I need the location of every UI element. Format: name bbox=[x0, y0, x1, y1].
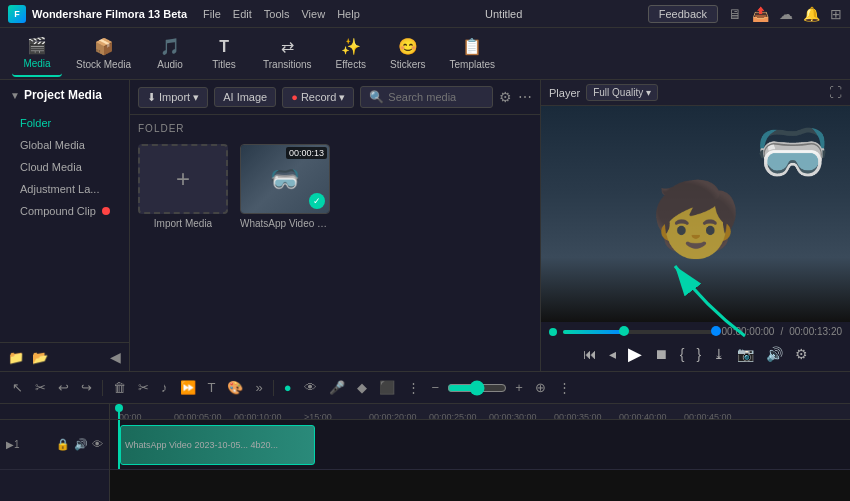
color-tool[interactable]: 🎨 bbox=[223, 378, 247, 397]
track-icons: 🔒 🔊 👁 bbox=[56, 438, 103, 451]
collapse-icon: ▼ bbox=[10, 90, 20, 101]
sidebar-item-compound[interactable]: Compound Clip bbox=[0, 200, 129, 222]
ai-image-button[interactable]: AI Image bbox=[214, 87, 276, 107]
mark-out-button[interactable]: } bbox=[695, 344, 704, 364]
progress-bar[interactable] bbox=[563, 330, 716, 334]
sidebar-item-folder[interactable]: Folder bbox=[0, 112, 129, 134]
frame-back-button[interactable]: ◂ bbox=[607, 344, 618, 364]
settings-button[interactable]: ⚙ bbox=[793, 344, 810, 364]
tool-effects[interactable]: ✨ Effects bbox=[326, 31, 376, 77]
zoom-in[interactable]: + bbox=[511, 378, 527, 397]
mark-15: >15:00 bbox=[304, 412, 332, 421]
more-icon[interactable]: ⋯ bbox=[518, 89, 532, 105]
track-labels: ▶1 🔒 🔊 👁 bbox=[0, 404, 110, 501]
clip-1[interactable]: WhatsApp Video 2023-10-05... 4b20... bbox=[120, 425, 315, 465]
transitions-icon: ⇄ bbox=[281, 37, 294, 56]
keyframe-tool[interactable]: ◆ bbox=[353, 378, 371, 397]
track-lock-icon[interactable]: 🔒 bbox=[56, 438, 70, 451]
menu-tools[interactable]: Tools bbox=[264, 8, 290, 20]
undo-tool[interactable]: ↩ bbox=[54, 378, 73, 397]
insert-button[interactable]: ⤓ bbox=[711, 344, 727, 364]
volume-button[interactable]: 🔊 bbox=[764, 344, 785, 364]
track-eye-icon[interactable]: 👁 bbox=[92, 438, 103, 451]
menu-items: File Edit Tools View Help bbox=[203, 8, 360, 20]
player-video: 🥽 🧒 bbox=[541, 106, 850, 322]
main-area: ▼ Project Media Folder Global Media Clou… bbox=[0, 80, 850, 371]
filter-icon[interactable]: ⚙ bbox=[499, 89, 512, 105]
playhead[interactable] bbox=[118, 404, 120, 419]
menu-view[interactable]: View bbox=[301, 8, 325, 20]
redo-tool[interactable]: ↪ bbox=[77, 378, 96, 397]
mark-35: 00:00:35:00 bbox=[554, 412, 602, 421]
play-button[interactable]: ▶ bbox=[626, 341, 644, 367]
sidebar-item-global[interactable]: Global Media bbox=[0, 134, 129, 156]
player-header: Player Full Quality ▾ ⛶ bbox=[541, 80, 850, 106]
import-media-label: Import Media bbox=[154, 218, 212, 229]
sidebar-item-cloud[interactable]: Cloud Media bbox=[0, 156, 129, 178]
tool-transitions[interactable]: ⇄ Transitions bbox=[253, 31, 322, 77]
audio-tool[interactable]: ♪ bbox=[157, 378, 172, 397]
track-cursor bbox=[118, 420, 120, 469]
player-vr-icon: 🧒 bbox=[651, 177, 741, 262]
track-1-area: WhatsApp Video 2023-10-05... 4b20... bbox=[110, 420, 850, 470]
quality-selector[interactable]: Full Quality ▾ bbox=[586, 84, 658, 101]
player-label: Player bbox=[549, 87, 580, 99]
track-options[interactable]: ⋮ bbox=[554, 378, 575, 397]
import-media-item[interactable]: + Import Media bbox=[138, 144, 228, 229]
sidebar-item-adjustment[interactable]: Adjustment La... bbox=[0, 178, 129, 200]
more-tools[interactable]: » bbox=[251, 378, 266, 397]
snapshot-button[interactable]: 📷 bbox=[735, 344, 756, 364]
left-sidebar: ▼ Project Media Folder Global Media Clou… bbox=[0, 80, 130, 371]
tool-titles[interactable]: T Titles bbox=[199, 31, 249, 77]
menu-help[interactable]: Help bbox=[337, 8, 360, 20]
trim-tool[interactable]: ✂ bbox=[31, 378, 50, 397]
menu-edit[interactable]: Edit bbox=[233, 8, 252, 20]
tool-templates[interactable]: 📋 Templates bbox=[440, 31, 506, 77]
tool-audio[interactable]: 🎵 Audio bbox=[145, 31, 195, 77]
tool-stock[interactable]: 📦 Stock Media bbox=[66, 31, 141, 77]
zoom-slider[interactable] bbox=[447, 380, 507, 396]
delete-tool[interactable]: 🗑 bbox=[109, 378, 130, 397]
mark-40: 00:00:40:00 bbox=[619, 412, 667, 421]
import-button[interactable]: ⬇ Import ▾ bbox=[138, 87, 208, 108]
speed-tool[interactable]: ⏩ bbox=[176, 378, 200, 397]
text-tool[interactable]: T bbox=[204, 378, 220, 397]
crop-tool[interactable]: ⬛ bbox=[375, 378, 399, 397]
right-icons: Feedback 🖥 📤 ☁ 🔔 ⊞ bbox=[648, 5, 842, 23]
zoom-out[interactable]: − bbox=[428, 378, 444, 397]
media-items: + Import Media 🥽 00:00:13 ✓ bbox=[138, 144, 532, 229]
menu-file[interactable]: File bbox=[203, 8, 221, 20]
player-scene: 🧒 bbox=[551, 126, 840, 312]
vr-scene: 🥽 🧒 bbox=[541, 106, 850, 322]
quality-label: Full Quality bbox=[593, 87, 643, 98]
vr-icon: 🥽 bbox=[270, 165, 300, 193]
preview-tool[interactable]: 👁 bbox=[300, 378, 321, 397]
new-folder-icon[interactable]: 📁 bbox=[8, 350, 24, 365]
search-input[interactable] bbox=[388, 91, 484, 103]
sidebar-collapse-icon[interactable]: ◀ bbox=[110, 349, 121, 365]
record-button[interactable]: ● Record ▾ bbox=[282, 87, 354, 108]
record-label: Record bbox=[301, 91, 336, 103]
add-track[interactable]: ⊕ bbox=[531, 378, 550, 397]
stop-button[interactable]: ⏹ bbox=[652, 344, 670, 364]
video-media-item[interactable]: 🥽 00:00:13 ✓ WhatsApp Video 2023-10-05..… bbox=[240, 144, 330, 229]
audio-icon: 🎵 bbox=[160, 37, 180, 56]
audio-monitor[interactable]: 🎤 bbox=[325, 378, 349, 397]
mark-in-button[interactable]: { bbox=[678, 344, 687, 364]
open-folder-icon[interactable]: 📂 bbox=[32, 350, 48, 365]
feedback-button[interactable]: Feedback bbox=[648, 5, 718, 23]
track-1-label: ▶1 🔒 🔊 👁 bbox=[0, 420, 109, 470]
share-icon: 📤 bbox=[752, 6, 769, 22]
skip-back-button[interactable]: ⏮ bbox=[581, 344, 599, 364]
split-tool[interactable]: ⋮ bbox=[403, 378, 424, 397]
player-panel: Player Full Quality ▾ ⛶ 🥽 🧒 bbox=[540, 80, 850, 371]
playhead-head bbox=[115, 404, 123, 412]
cut-tool[interactable]: ✂ bbox=[134, 378, 153, 397]
app-brand: F Wondershare Filmora 13 Beta bbox=[8, 5, 187, 23]
tool-stickers[interactable]: 😊 Stickers bbox=[380, 31, 436, 77]
fullscreen-icon[interactable]: ⛶ bbox=[829, 85, 842, 100]
track-audio-icon[interactable]: 🔊 bbox=[74, 438, 88, 451]
snap-tool[interactable]: ● bbox=[280, 378, 296, 397]
select-tool[interactable]: ↖ bbox=[8, 378, 27, 397]
tool-media[interactable]: 🎬 Media bbox=[12, 31, 62, 77]
